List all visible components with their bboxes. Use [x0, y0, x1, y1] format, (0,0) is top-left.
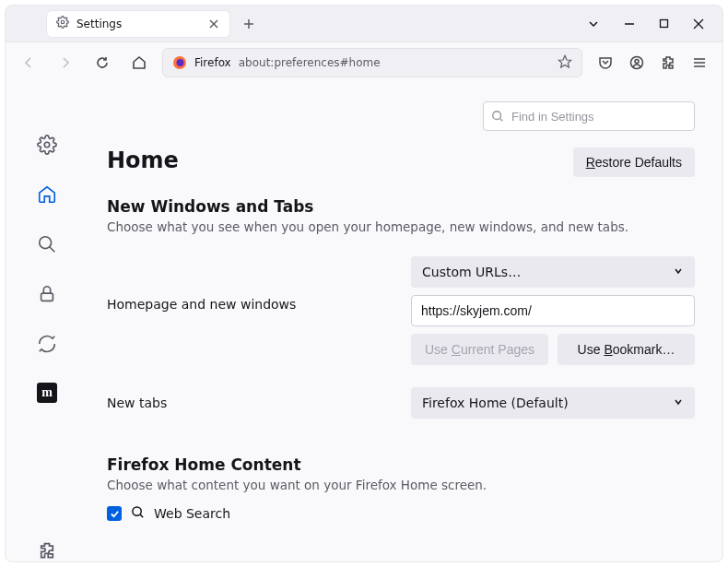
- websearch-label: Web Search: [154, 506, 230, 521]
- maximize-button[interactable]: [659, 18, 669, 29]
- content-area: m Home Restore Defaults New Windows and …: [6, 83, 722, 561]
- section-sub-home-content: Choose what content you want on your Fir…: [107, 478, 695, 492]
- window-controls: [587, 18, 722, 30]
- newtabs-dropdown[interactable]: Firefox Home (Default): [411, 387, 695, 419]
- browser-window: Settings Firefox about:preferences#home: [5, 5, 723, 562]
- use-current-pages-button[interactable]: Use Current Pages: [411, 334, 548, 365]
- settings-sidebar: m: [6, 83, 88, 561]
- dropdown-value: Firefox Home (Default): [422, 396, 569, 410]
- sidebar-sync[interactable]: [36, 333, 58, 355]
- homepage-url-input[interactable]: [411, 295, 695, 326]
- new-tab-button[interactable]: [238, 13, 260, 35]
- chevron-down-icon: [673, 265, 684, 279]
- svg-point-18: [40, 237, 52, 249]
- homepage-label: Homepage and new windows: [107, 256, 393, 312]
- use-bookmark-button[interactable]: Use Bookmark…: [558, 334, 695, 365]
- svg-point-13: [635, 60, 639, 64]
- tab-bar: Settings: [6, 6, 722, 42]
- dropdown-value: Custom URLs…: [422, 265, 521, 279]
- sidebar-general[interactable]: [36, 134, 58, 156]
- svg-line-19: [50, 247, 55, 253]
- account-button[interactable]: [623, 49, 651, 77]
- svg-line-22: [140, 514, 143, 517]
- reload-button[interactable]: [88, 49, 116, 77]
- sidebar-privacy[interactable]: [36, 283, 58, 305]
- gear-icon: [56, 16, 69, 31]
- navigation-toolbar: Firefox about:preferences#home: [6, 42, 722, 83]
- section-heading-home-content: Firefox Home Content: [107, 455, 695, 474]
- page-title: Home: [107, 148, 179, 173]
- back-button[interactable]: [15, 49, 42, 77]
- sidebar-home[interactable]: [36, 183, 58, 206]
- forward-button[interactable]: [52, 49, 79, 77]
- firefox-icon: [172, 55, 187, 70]
- sidebar-more-mozilla[interactable]: m: [37, 383, 57, 403]
- svg-point-0: [61, 20, 65, 24]
- chevron-down-icon[interactable]: [587, 18, 600, 30]
- section-heading-new-windows: New Windows and Tabs: [107, 197, 695, 216]
- tab-settings[interactable]: Settings: [46, 10, 230, 38]
- svg-point-21: [133, 507, 141, 515]
- newtabs-label: New tabs: [107, 396, 393, 410]
- url-text: about:preferences#home: [239, 56, 550, 69]
- svg-rect-6: [661, 20, 668, 28]
- close-button[interactable]: [693, 18, 704, 30]
- app-menu-button[interactable]: [686, 49, 713, 77]
- homepage-mode-dropdown[interactable]: Custom URLs…: [411, 256, 695, 288]
- svg-rect-20: [41, 293, 53, 301]
- restore-defaults-button[interactable]: Restore Defaults: [573, 148, 695, 177]
- sidebar-search[interactable]: [36, 233, 58, 255]
- svg-point-10: [177, 59, 184, 66]
- section-sub-new-windows: Choose what you see when you open your h…: [107, 219, 695, 234]
- settings-main: Home Restore Defaults New Windows and Ta…: [88, 83, 722, 561]
- chevron-down-icon: [673, 396, 684, 410]
- sidebar-extensions[interactable]: [36, 539, 58, 561]
- svg-marker-11: [558, 55, 570, 67]
- search-icon: [131, 505, 145, 522]
- home-button[interactable]: [125, 49, 153, 77]
- minimize-button[interactable]: [624, 18, 635, 30]
- bookmark-star-icon[interactable]: [558, 54, 572, 72]
- svg-point-17: [44, 142, 50, 148]
- close-icon[interactable]: [207, 18, 220, 30]
- pocket-button[interactable]: [592, 49, 619, 77]
- settings-search-input[interactable]: [483, 101, 695, 131]
- identity-label: Firefox: [194, 56, 231, 69]
- extensions-button[interactable]: [654, 49, 682, 77]
- tab-title: Settings: [76, 18, 200, 30]
- websearch-checkbox[interactable]: [107, 506, 122, 521]
- address-bar[interactable]: Firefox about:preferences#home: [162, 48, 582, 77]
